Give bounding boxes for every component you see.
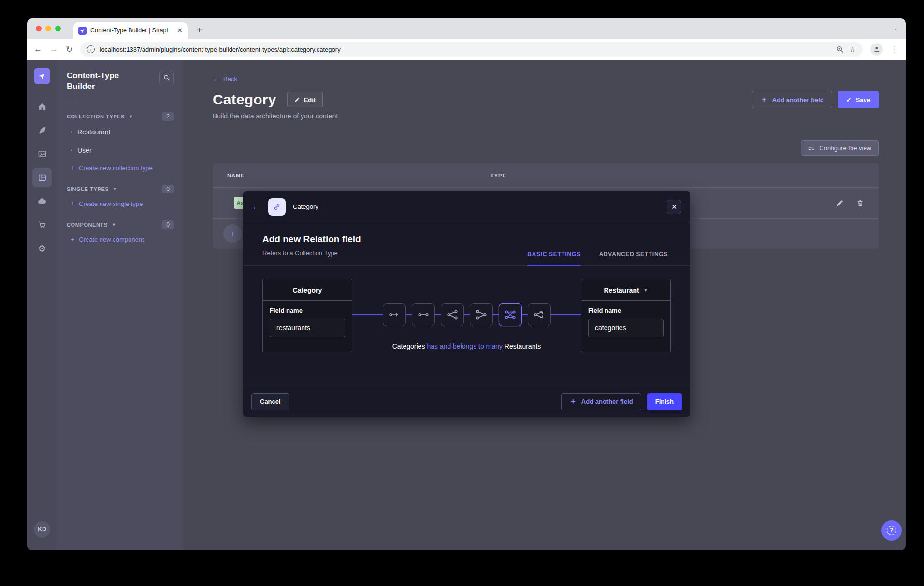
site-info-icon[interactable]: i xyxy=(87,45,95,53)
modal-footer: Cancel ＋ Add another field Finish xyxy=(243,386,690,417)
modal-header: ← Category ✕ xyxy=(243,191,690,222)
address-bar[interactable]: i localhost:1337/admin/plugins/content-t… xyxy=(80,42,863,57)
close-button[interactable]: ✕ xyxy=(667,200,681,214)
modal-title: Category xyxy=(293,203,318,210)
url-text[interactable]: localhost:1337/admin/plugins/content-typ… xyxy=(100,46,831,53)
many-to-many-icon[interactable] xyxy=(499,303,522,326)
cancel-button[interactable]: Cancel xyxy=(251,393,289,410)
new-tab-button[interactable]: ＋ xyxy=(195,24,203,35)
modal-subheading: Refers to a Collection Type xyxy=(262,249,361,265)
browser-toolbar: ← → ↻ i localhost:1337/admin/plugins/con… xyxy=(27,39,906,60)
one-to-many-icon[interactable] xyxy=(441,303,464,326)
many-to-one-icon[interactable] xyxy=(470,303,493,326)
reload-icon[interactable]: ↻ xyxy=(66,44,72,55)
tab-advanced-settings[interactable]: ADVANCED SETTINGS xyxy=(599,251,668,265)
zoom-icon[interactable] xyxy=(836,45,844,54)
browser-window: ➤ Content-Type Builder | Strapi ✕ ＋ ⌄ ← … xyxy=(27,18,906,550)
tab-title: Content-Type Builder | Strapi xyxy=(90,27,173,34)
modal-heading: Add new Relation field xyxy=(262,234,361,245)
forward-icon[interactable]: → xyxy=(50,44,58,54)
many-way-icon[interactable] xyxy=(528,303,551,326)
finish-button[interactable]: Finish xyxy=(647,393,682,410)
browser-tab[interactable]: ➤ Content-Type Builder | Strapi ✕ xyxy=(73,22,188,39)
chevron-down-icon: ▼ xyxy=(644,288,648,293)
relation-link-icon xyxy=(268,198,286,216)
maximize-window-button[interactable] xyxy=(55,26,61,31)
target-field-name-input[interactable] xyxy=(588,319,664,337)
relation-sentence: Categorieshas and belongs to manyRestaur… xyxy=(243,342,690,350)
plus-icon: ＋ xyxy=(569,396,577,407)
one-way-icon[interactable] xyxy=(383,303,406,326)
target-collection-select[interactable]: Restaurant ▼ xyxy=(581,279,670,301)
modal-tabs: BASIC SETTINGS ADVANCED SETTINGS xyxy=(527,251,668,265)
modal-add-another-field-button[interactable]: ＋ Add another field xyxy=(561,393,641,410)
back-icon[interactable]: ← xyxy=(34,44,42,54)
strapi-admin: ➤ ⚙ KD Content-Type xyxy=(27,60,906,550)
browser-tab-bar: ➤ Content-Type Builder | Strapi ✕ ＋ ⌄ xyxy=(27,18,906,39)
tab-close-icon[interactable]: ✕ xyxy=(176,26,183,35)
window-controls xyxy=(36,26,61,31)
tab-basic-settings[interactable]: BASIC SETTINGS xyxy=(527,251,580,266)
source-field-name-input[interactable] xyxy=(270,319,345,337)
minimize-window-button[interactable] xyxy=(45,26,51,31)
relation-type-buttons xyxy=(383,303,551,326)
close-window-button[interactable] xyxy=(36,26,42,31)
close-icon: ✕ xyxy=(671,203,677,211)
source-card-title: Category xyxy=(263,279,352,301)
one-to-one-icon[interactable] xyxy=(412,303,435,326)
profile-icon[interactable] xyxy=(870,43,883,56)
target-card: Restaurant ▼ Field name xyxy=(581,279,671,352)
add-relation-modal: ← Category ✕ Add new Relation field Refe… xyxy=(243,191,690,417)
strapi-favicon-icon: ➤ xyxy=(78,27,87,35)
arrow-left-icon[interactable]: ← xyxy=(252,202,261,212)
menu-icon[interactable]: ⋮ xyxy=(891,44,899,55)
relation-diagram: Category Field name xyxy=(243,266,690,375)
tab-search-icon[interactable]: ⌄ xyxy=(893,24,898,31)
bookmark-star-icon[interactable]: ☆ xyxy=(849,45,856,54)
source-card: Category Field name xyxy=(262,279,352,352)
